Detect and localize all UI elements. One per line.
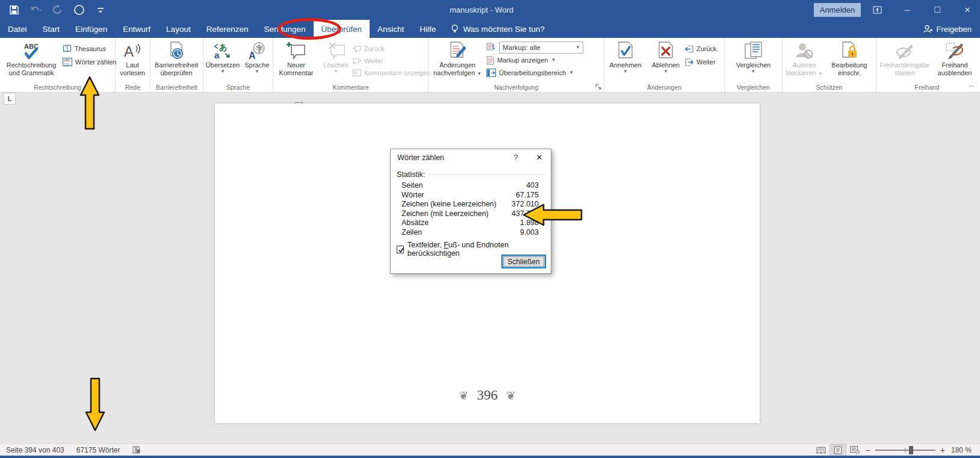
reviewing-pane-label: Überarbeitungsbereich [499,69,566,76]
restrict-editing-icon [840,41,858,61]
new-comment-button[interactable]: Neuer Kommentar [273,40,319,83]
language-button[interactable]: 字A Sprache ▼ [242,40,272,83]
tab-layout[interactable]: Layout [158,20,199,38]
group-label-freihand: Freihand [876,84,978,91]
track-changes-button[interactable]: Änderungen nachverfolgen ▼ [429,40,486,83]
previous-change-button[interactable]: Zurück [685,43,720,54]
stat-value: 403 [526,181,539,191]
dialog-close-button[interactable]: ✕ [528,149,551,166]
group-vergleichen: Vergleichen ▼ Vergleichen [725,38,783,92]
group-barrierefreiheit: Barrierefreiheit überprüfen Barrierefrei… [150,38,203,92]
zoom-in-icon[interactable]: + [940,445,945,455]
ribbon-display-options-icon[interactable] [864,0,890,20]
markup-state-icon [486,43,496,52]
comment-previous-icon [353,45,361,52]
hide-ink-button[interactable]: Freihand ausblenden [933,40,976,83]
group-label-schuetzen: Schützen [783,84,876,91]
circle-shape-icon[interactable] [72,4,85,17]
zoom-out-icon[interactable]: − [866,445,870,455]
page-indicator[interactable]: Seite 394 von 403 [0,444,70,456]
footer-flourish-right-icon: ❦ [506,389,516,403]
customize-qat-icon[interactable] [94,4,107,17]
dialog-help-button[interactable]: ? [509,149,523,166]
markup-combobox[interactable]: Markup: alle ▼ [499,42,583,54]
comment-next-label: Weiter [364,57,383,64]
group-rede: A Laut vorlesen Rede [116,38,150,92]
tab-ansicht[interactable]: Ansicht [370,20,412,38]
thesaurus-button[interactable]: Thesaurus [63,43,114,54]
window-bottom-edge [0,456,980,458]
statistics-section-header: Statistik: [397,170,545,179]
accessibility-check-button[interactable]: Barrierefreiheit überprüfen [150,40,202,83]
page-number-footer: 396 [477,388,498,403]
maximize-button[interactable]: ☐ [925,0,950,20]
new-comment-icon [286,41,306,61]
tell-me-box[interactable]: Was möchten Sie tun? [444,20,551,38]
schliessen-button[interactable]: Schließen [501,255,546,268]
section-divider [429,175,545,175]
footer-flourish-left-icon: ❦ [459,389,468,403]
zoom-slider: − + [866,445,945,455]
collapse-ribbon-icon[interactable]: ︿ [969,81,975,90]
language-caret-icon: ▼ [255,69,259,74]
restrict-editing-button[interactable]: Bearbeitung einschr. [826,40,873,83]
proofing-status[interactable] [126,444,147,456]
read-aloud-label-1: Laut [126,61,138,69]
schliessen-button-label: Schließen [507,258,539,266]
compare-button[interactable]: Vergleichen ▼ [730,40,778,83]
track-changes-label-1: Änderungen [439,61,476,69]
zoom-level[interactable]: 180 % [947,446,980,454]
tab-sendungen[interactable]: Sendungen [256,20,313,38]
spelling-grammar-button[interactable]: ABC Rechtschreibung und Grammatik [0,40,63,83]
print-layout-view-icon[interactable] [830,444,846,456]
dialog-title-bar[interactable]: Wörter zählen ? ✕ [391,149,551,166]
svg-text:ABC: ABC [64,58,70,62]
language-icon: 字A [247,41,267,61]
tab-start[interactable]: Start [35,20,68,38]
share-person-icon [923,25,932,34]
accept-change-button[interactable]: Annehmen ▼ [604,40,647,83]
footnotes-checkbox[interactable] [397,246,404,253]
read-aloud-icon: A [123,41,142,61]
stat-label: Wörter [402,191,424,200]
svg-text:123: 123 [64,63,69,66]
group-label-sprache: Sprache [203,84,273,91]
zoom-slider-thumb[interactable] [909,446,913,454]
tab-referenzen[interactable]: Referenzen [199,20,256,38]
share-button[interactable]: Freigeben [923,20,972,38]
tab-entwurf[interactable]: Entwurf [115,20,158,38]
track-changes-label-2: nachverfolgen ▼ [433,69,482,77]
show-markup-button[interactable]: Markup anzeigen ▼ [486,55,601,66]
accept-change-icon [616,41,634,61]
tab-datei[interactable]: Datei [0,20,35,38]
read-aloud-button[interactable]: A Laut vorlesen [116,40,149,83]
stat-value: 9.003 [520,228,539,238]
word-count-indicator[interactable]: 67175 Wörter [70,444,126,456]
hide-ink-label-1: Freihand [941,61,967,69]
word-count-button[interactable]: ABC123 Wörter zählen [63,57,114,67]
next-change-button[interactable]: Weiter [685,57,720,67]
group-label-nachverfolgung: Nachverfolgung [429,84,604,91]
minimize-button[interactable]: ─ [895,0,920,20]
tab-einfuegen[interactable]: Einfügen [67,20,115,38]
save-icon[interactable] [7,4,20,17]
zoom-slider-notch [905,448,905,453]
comment-previous-button: Zurück [353,43,426,54]
reviewing-pane-button[interactable]: Überarbeitungsbereich ▼ [486,67,601,78]
reject-change-button[interactable]: Ablehnen ▼ [647,40,685,83]
hide-ink-icon [944,41,965,61]
stat-value: 67.175 [516,191,539,200]
tab-ueberpruefen[interactable]: Überprüfen [314,20,370,38]
group-label-kommentare: Kommentare [273,84,428,91]
web-layout-view-icon[interactable] [846,444,863,456]
zoom-slider-track[interactable] [875,450,935,451]
show-markup-icon [486,56,494,65]
read-mode-view-icon[interactable] [813,444,830,456]
group-nachverfolgung: Änderungen nachverfolgen ▼ Markup: alle … [429,38,604,92]
close-button[interactable]: ✕ [955,0,980,20]
group-kommentare: Neuer Kommentar Löschen ▼ Zurück [273,38,429,92]
translate-button[interactable]: あa Übersetzen ▼ [203,40,242,83]
signin-button[interactable]: Anmelden [814,3,861,17]
hide-ink-label-2: ausblenden [938,69,972,77]
tab-hilfe[interactable]: Hilfe [412,20,444,38]
